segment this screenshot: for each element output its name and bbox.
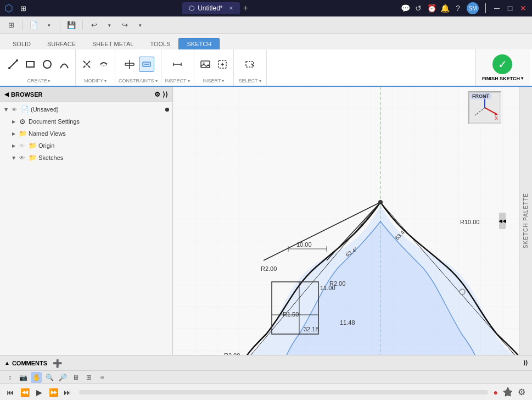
constraint-coincident-button[interactable] bbox=[122, 57, 137, 72]
constraints-group-label[interactable]: CONSTRAINTS ▾ bbox=[119, 78, 158, 84]
browser-item-doc-settings[interactable]: ⚙ Document Settings bbox=[8, 115, 172, 127]
browser-collapse-icon[interactable]: ◀ bbox=[4, 91, 9, 97]
app-icon: ⬡ bbox=[4, 2, 13, 14]
next-end-button[interactable]: ⏭ bbox=[61, 386, 74, 398]
pan-icon[interactable]: ✋ bbox=[31, 372, 42, 383]
vis-icon-sketches[interactable]: 👁 bbox=[18, 153, 26, 162]
tool-group-insert: INSERT ▾ bbox=[194, 49, 234, 86]
finish-sketch-button[interactable]: ✓ FINISH SKETCH ▾ bbox=[475, 49, 530, 86]
zoom-icon[interactable]: 🔎 bbox=[57, 372, 68, 383]
comments-expand-icon[interactable]: ▲ bbox=[4, 360, 10, 366]
folder-icon-named-views: 📁 bbox=[18, 129, 27, 138]
clock-icon[interactable]: ⏰ bbox=[427, 4, 436, 13]
insert-group-label[interactable]: INSERT ▾ bbox=[203, 78, 225, 84]
measure-tool-button[interactable] bbox=[170, 57, 185, 72]
tool-group-modify: MODIFY ▾ bbox=[76, 49, 115, 86]
prev-end-button[interactable]: ⏮ bbox=[4, 386, 16, 398]
close-button[interactable]: ✕ bbox=[519, 4, 528, 13]
help-icon[interactable]: ? bbox=[453, 4, 462, 13]
doc-settings-label: Document Settings bbox=[29, 118, 80, 125]
minimize-button[interactable]: ─ bbox=[492, 4, 501, 13]
maximize-button[interactable]: □ bbox=[506, 4, 514, 13]
modify-group-label[interactable]: MODIFY ▾ bbox=[84, 78, 107, 84]
new-tab-button[interactable]: + bbox=[243, 3, 248, 13]
arrow-doc-settings[interactable] bbox=[10, 118, 18, 125]
titlebar-left: ⬡ ⊞ bbox=[4, 2, 30, 15]
chat-icon[interactable]: 💬 bbox=[401, 4, 410, 13]
app-grid-icon[interactable]: ⊞ bbox=[4, 19, 18, 32]
zoom-fit-icon[interactable]: 🔍 bbox=[44, 372, 55, 383]
folder-icon-sketches: 📁 bbox=[27, 153, 37, 163]
next-button[interactable]: ⏩ bbox=[47, 386, 59, 398]
snap-icon[interactable]: 📷 bbox=[18, 372, 29, 383]
circle-tool-button[interactable] bbox=[40, 57, 55, 72]
save-icon[interactable]: 💾 bbox=[65, 19, 78, 32]
play-button[interactable]: ▶ bbox=[33, 386, 45, 398]
redo-icon[interactable]: ↪ bbox=[118, 19, 131, 32]
file-menu-icon[interactable]: 📄 bbox=[27, 19, 40, 32]
comments-add-icon[interactable]: ➕ bbox=[53, 359, 62, 368]
arrow-unsaved[interactable] bbox=[2, 105, 10, 113]
list-icon-status[interactable]: ≡ bbox=[97, 372, 108, 383]
svg-rect-12 bbox=[201, 61, 210, 68]
vis-icon-unsaved[interactable]: 👁 bbox=[10, 105, 19, 114]
comments-expand-right[interactable]: ⟩⟩ bbox=[523, 359, 528, 366]
create-group-label[interactable]: CREATE ▾ bbox=[27, 78, 51, 84]
inspect-tools bbox=[170, 52, 185, 77]
canvas-area[interactable]: Z X FRONT ◀◀ bbox=[173, 87, 519, 355]
rectangle-tool-button[interactable] bbox=[23, 57, 38, 72]
browser-header-right: ⚙ ⟩⟩ bbox=[154, 91, 168, 98]
browser-item-named-views[interactable]: 📁 Named Views bbox=[8, 127, 172, 140]
undo-icon[interactable]: ↩ bbox=[87, 19, 100, 32]
file-dropdown-arrow[interactable]: ▾ bbox=[42, 19, 55, 32]
line-tool-button[interactable] bbox=[5, 57, 21, 72]
insert-tools bbox=[198, 52, 230, 77]
arrow-named-views[interactable] bbox=[10, 130, 18, 137]
bell-icon[interactable]: 🔔 bbox=[440, 4, 449, 13]
insert-image-button[interactable] bbox=[198, 57, 213, 72]
svg-text:11.00: 11.00 bbox=[320, 285, 335, 291]
refresh-icon[interactable]: ↺ bbox=[414, 4, 423, 13]
vis-icon-origin[interactable]: 👁 bbox=[18, 141, 26, 150]
grid-icon-status[interactable]: ⊞ bbox=[83, 372, 94, 383]
modify-arrow-icon: ▾ bbox=[104, 79, 107, 84]
tab-tools[interactable]: TOOLS bbox=[142, 38, 178, 49]
arc-tool-button[interactable] bbox=[57, 57, 72, 72]
settings-gear-icon[interactable]: ⚙ bbox=[516, 386, 528, 398]
user-avatar[interactable]: SM bbox=[467, 2, 479, 14]
trim-tool-button[interactable] bbox=[79, 57, 94, 72]
browser-panel: ◀ BROWSER ⚙ ⟩⟩ 👁 📄 (Unsaved) ⏺ bbox=[0, 87, 173, 355]
pin-icon-wrapper[interactable] bbox=[502, 386, 513, 398]
tab-surface[interactable]: SURFACE bbox=[39, 38, 84, 49]
select-arrow-icon: ▾ bbox=[259, 79, 261, 84]
prev-button[interactable]: ⏪ bbox=[19, 386, 31, 398]
playback-controls: ⏮ ⏪ ▶ ⏩ ⏭ bbox=[4, 386, 74, 398]
constraint-horizontal-button[interactable] bbox=[139, 57, 154, 72]
extend-tool-button[interactable] bbox=[96, 57, 111, 72]
close-tab-button[interactable]: × bbox=[229, 4, 233, 12]
record-icon: ⏺ bbox=[164, 106, 170, 113]
redo-dropdown-arrow[interactable]: ▾ bbox=[133, 19, 147, 32]
inspect-group-label[interactable]: INSPECT ▾ bbox=[165, 78, 190, 84]
tab-solid[interactable]: SOLID bbox=[4, 38, 39, 49]
arrow-origin[interactable] bbox=[10, 142, 18, 149]
titlebar-separator bbox=[485, 3, 486, 13]
tab-sheet-metal[interactable]: SHEET METAL bbox=[84, 38, 142, 49]
arrow-sketches[interactable] bbox=[10, 154, 18, 162]
grid-icon[interactable]: ⊞ bbox=[16, 2, 30, 15]
browser-settings-icon[interactable]: ⚙ bbox=[154, 91, 160, 98]
insert-select-button[interactable] bbox=[215, 57, 230, 72]
move-icon[interactable]: ↕ bbox=[4, 372, 15, 383]
browser-item-origin[interactable]: 👁 📁 Origin bbox=[8, 140, 172, 152]
browser-item-unsaved[interactable]: 👁 📄 (Unsaved) ⏺ bbox=[0, 103, 172, 115]
tab-sketch[interactable]: SKETCH bbox=[178, 38, 220, 49]
browser-item-sketches[interactable]: 👁 📁 Sketches bbox=[8, 152, 172, 164]
document-tab[interactable]: ⬡ Untitled* × bbox=[182, 2, 239, 14]
browser-expand-icon[interactable]: ⟩⟩ bbox=[163, 91, 168, 98]
finish-check-icon: ✓ bbox=[492, 54, 512, 74]
display-icon[interactable]: 🖥 bbox=[70, 372, 81, 383]
select-window-button[interactable] bbox=[242, 57, 257, 72]
undo-dropdown-arrow[interactable]: ▾ bbox=[103, 19, 116, 32]
bottom-bar: ⏮ ⏪ ▶ ⏩ ⏭ ● ⚙ bbox=[0, 384, 532, 400]
select-group-label[interactable]: SELECT ▾ bbox=[239, 78, 261, 84]
